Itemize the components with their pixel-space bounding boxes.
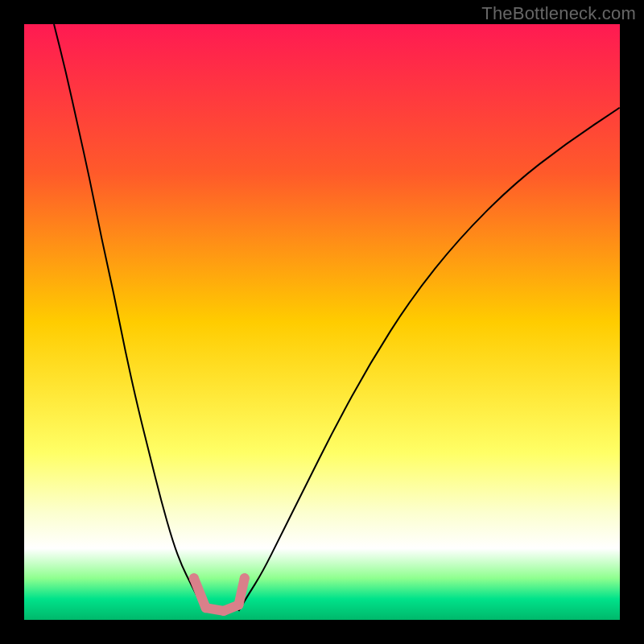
valley-dot [189,573,199,583]
plot-svg [24,24,620,620]
plot-area [24,24,620,620]
valley-dot [240,573,250,583]
watermark-text: TheBottleneck.com [481,3,636,24]
chart-frame: TheBottleneck.com [0,0,644,644]
gradient-background [24,24,620,620]
